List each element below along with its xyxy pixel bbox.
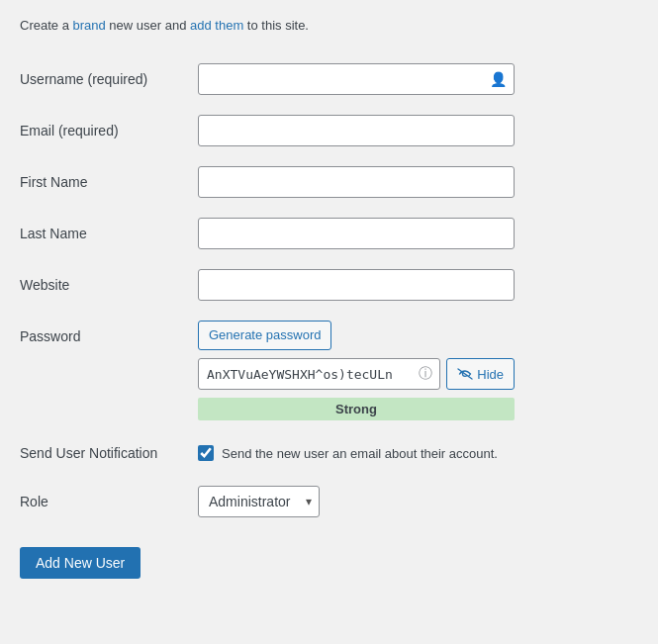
notification-cell: Send the new user an email about their a… bbox=[198, 430, 638, 476]
intro-text: Create a brand new user and add them to … bbox=[20, 16, 638, 36]
person-icon: 👤 bbox=[490, 71, 507, 87]
lastname-input[interactable] bbox=[198, 218, 515, 249]
lastname-cell bbox=[198, 208, 638, 259]
password-input[interactable] bbox=[198, 358, 440, 390]
notification-text: Send the new user an email about their a… bbox=[222, 446, 498, 461]
password-label: Password bbox=[20, 311, 198, 431]
password-section: Generate password ⓘ H bbox=[198, 321, 638, 421]
website-label: Website bbox=[20, 259, 198, 311]
email-cell bbox=[198, 105, 638, 156]
password-field-wrapper: ⓘ Hide bbox=[198, 358, 515, 390]
page-container: Create a brand new user and add them to … bbox=[0, 0, 658, 598]
notification-label: Send User Notification bbox=[20, 430, 198, 476]
website-input[interactable] bbox=[198, 269, 515, 301]
password-strength-bar: Strong bbox=[198, 398, 515, 420]
role-select-wrapper: Administrator Editor Author Contributor … bbox=[198, 486, 320, 517]
firstname-cell bbox=[198, 156, 638, 208]
intro-link-add[interactable]: add them bbox=[190, 18, 243, 33]
website-row: Website bbox=[20, 259, 638, 311]
add-new-user-button[interactable]: Add New User bbox=[20, 547, 141, 579]
password-cell: Generate password ⓘ H bbox=[198, 311, 638, 431]
firstname-input[interactable] bbox=[198, 166, 515, 198]
hide-label: Hide bbox=[477, 367, 504, 382]
role-row: Role Administrator Editor Author Contrib… bbox=[20, 476, 638, 527]
role-label: Role bbox=[20, 476, 198, 527]
lastname-row: Last Name bbox=[20, 208, 638, 259]
username-input[interactable] bbox=[198, 63, 515, 95]
notification-checkbox[interactable] bbox=[198, 445, 214, 461]
notification-row: Send User Notification Send the new user… bbox=[20, 430, 638, 476]
firstname-label: First Name bbox=[20, 156, 198, 208]
eye-slash-icon bbox=[457, 368, 473, 380]
username-cell: 👤 bbox=[198, 53, 638, 105]
username-row: Username (required) 👤 bbox=[20, 53, 638, 105]
lastname-label: Last Name bbox=[20, 208, 198, 259]
role-cell: Administrator Editor Author Contributor … bbox=[198, 476, 638, 527]
website-cell bbox=[198, 259, 638, 311]
generate-password-button[interactable]: Generate password bbox=[198, 321, 331, 351]
password-hint-icon[interactable]: ⓘ bbox=[419, 365, 432, 383]
firstname-row: First Name bbox=[20, 156, 638, 208]
intro-link-brand[interactable]: brand bbox=[72, 18, 105, 33]
email-label: Email (required) bbox=[20, 105, 198, 156]
username-label: Username (required) bbox=[20, 53, 198, 105]
notification-checkbox-label[interactable]: Send the new user an email about their a… bbox=[198, 445, 638, 461]
email-input[interactable] bbox=[198, 115, 515, 146]
role-select[interactable]: Administrator Editor Author Contributor … bbox=[198, 486, 320, 517]
password-input-container: ⓘ bbox=[198, 358, 440, 390]
username-wrapper: 👤 bbox=[198, 63, 515, 95]
password-row: Password Generate password ⓘ bbox=[20, 311, 638, 431]
email-row: Email (required) bbox=[20, 105, 638, 156]
user-form: Username (required) 👤 Email (required) F… bbox=[20, 53, 638, 528]
hide-password-button[interactable]: Hide bbox=[446, 358, 515, 390]
